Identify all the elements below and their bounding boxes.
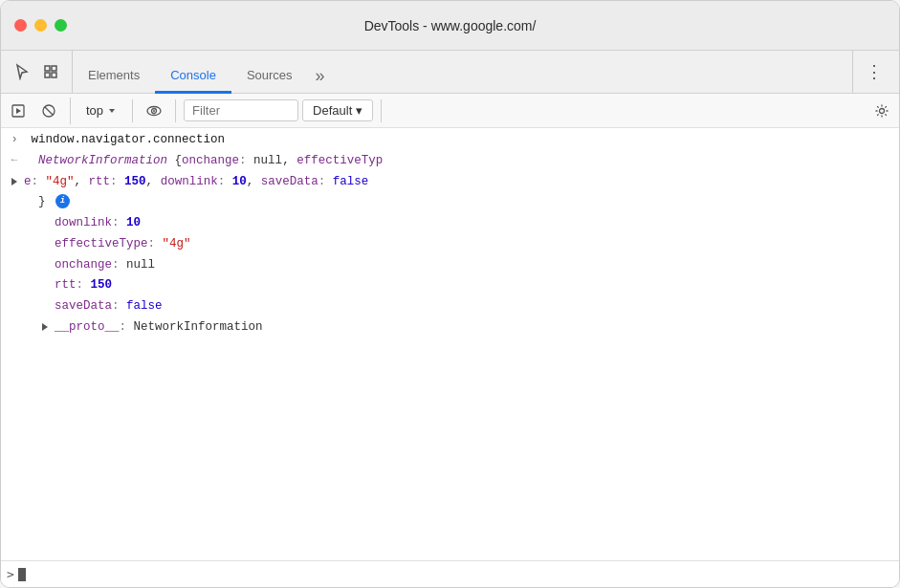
svg-marker-13: [11, 178, 17, 185]
prop-arrow: [35, 214, 55, 216]
prop-arrow4: [35, 276, 55, 278]
console-output: › window.navigator.connection ← NetworkI…: [1, 128, 899, 560]
svg-marker-8: [109, 109, 115, 113]
prop-proto-content: __proto__: NetworkInformation: [55, 318, 895, 337]
svg-rect-3: [52, 73, 56, 77]
prop-downlink-content: downlink: 10: [55, 214, 895, 232]
prop-effectivetype: effectiveType: "4g": [1, 234, 899, 255]
devtools-window: DevTools - www.google.com/: [0, 0, 900, 588]
toolbar-left: [5, 51, 73, 93]
svg-rect-1: [52, 66, 56, 71]
input-command: window.navigator.connection: [24, 131, 895, 149]
prop-arrow3: [35, 256, 55, 258]
close-button[interactable]: [14, 19, 27, 32]
gear-icon: [874, 103, 889, 119]
live-expressions-button[interactable]: [141, 98, 167, 124]
divider3: [381, 99, 382, 122]
prop-arrow2: [35, 235, 55, 237]
output-content-2: e: "4g", rtt: 150, downlink: 10, saveDat…: [24, 173, 895, 191]
cursor-icon[interactable]: [9, 58, 35, 85]
prop-rtt: rtt: 150: [1, 275, 899, 296]
obj-name: NetworkInformation: [38, 154, 167, 167]
console-settings-button[interactable]: [868, 98, 895, 124]
filter-input[interactable]: [184, 99, 298, 121]
prop-effectivetype-content: effectiveType: "4g": [55, 235, 895, 253]
context-label: top: [86, 103, 103, 118]
proto-expand-arrow[interactable]: [35, 318, 55, 334]
divider: [132, 99, 133, 122]
more-tabs-button[interactable]: »: [308, 58, 333, 93]
prop-arrow5: [35, 297, 55, 299]
log-level-arrow: ▾: [356, 103, 362, 118]
tab-bar-right: ⋮: [852, 51, 895, 93]
console-input-line: › window.navigator.connection: [1, 130, 899, 151]
minimize-button[interactable]: [34, 19, 47, 32]
prop-downlink: downlink: 10: [1, 213, 899, 234]
console-output-line-3: } i: [1, 192, 899, 213]
input-arrow: ›: [5, 131, 24, 146]
output-arrow: ←: [5, 152, 24, 165]
output-content-3: } i: [24, 193, 895, 211]
console-toolbar: top Default ▾: [1, 94, 899, 128]
window-title: DevTools - www.google.com/: [364, 18, 537, 33]
svg-marker-5: [16, 108, 21, 114]
output-content-1: NetworkInformation {onchange: null, effe…: [24, 152, 895, 170]
prop-savedata-content: saveData: false: [55, 297, 895, 316]
svg-rect-2: [45, 73, 50, 77]
prop-rtt-content: rtt: 150: [55, 276, 895, 294]
svg-marker-14: [42, 323, 48, 331]
console-input-bar: >: [1, 560, 899, 587]
tab-bar: Elements Console Sources » ⋮: [1, 51, 899, 94]
dropdown-arrow-icon: [107, 106, 117, 116]
eye-icon: [145, 102, 163, 120]
svg-point-11: [153, 110, 155, 112]
console-prompt: >: [7, 567, 14, 581]
prop-savedata: saveData: false: [1, 296, 899, 317]
execute-icon[interactable]: [5, 98, 32, 124]
console-toolbar-left: [5, 98, 71, 124]
window-controls: [14, 19, 67, 32]
info-badge[interactable]: i: [55, 194, 70, 208]
inspect-icon[interactable]: [37, 58, 64, 85]
svg-rect-0: [45, 66, 50, 71]
empty-arrow: [5, 193, 24, 195]
prop-onchange: onchange: null: [1, 255, 899, 276]
tab-sources[interactable]: Sources: [231, 59, 308, 94]
context-selector[interactable]: top: [78, 98, 124, 123]
console-output-line-2: e: "4g", rtt: 150, downlink: 10, saveDat…: [1, 172, 899, 193]
svg-line-7: [45, 107, 53, 115]
prop-onchange-content: onchange: null: [55, 256, 895, 274]
more-options-button[interactable]: ⋮: [861, 58, 888, 85]
title-bar: DevTools - www.google.com/: [1, 1, 899, 51]
tab-console[interactable]: Console: [155, 59, 231, 94]
clear-console-button[interactable]: [35, 98, 62, 124]
log-level-button[interactable]: Default ▾: [302, 99, 373, 121]
console-output-line-1: ← NetworkInformation {onchange: null, ef…: [1, 151, 899, 172]
cursor-blink: [18, 568, 26, 581]
svg-point-12: [880, 108, 885, 113]
tab-list: Elements Console Sources »: [73, 51, 852, 93]
prop-proto: __proto__: NetworkInformation: [1, 317, 899, 338]
expand-arrow[interactable]: [5, 173, 24, 188]
divider2: [175, 99, 176, 122]
maximize-button[interactable]: [55, 19, 67, 32]
tab-elements[interactable]: Elements: [73, 59, 155, 94]
